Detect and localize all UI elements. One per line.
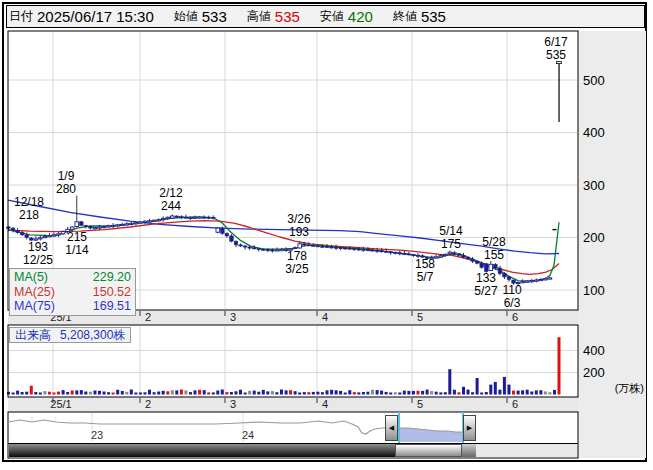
ma-legend-row: MA(75)169.51 (14, 299, 131, 314)
ma-legend-value: 229.20 (93, 270, 131, 285)
window-border (2, 2, 647, 462)
ma-legend-value: 150.52 (93, 285, 131, 300)
scrollbar-thumb[interactable] (395, 444, 462, 457)
ma-legend-label: MA(25) (14, 285, 55, 300)
scrollbar-track-after (476, 444, 577, 457)
quote-header-bar: 日付 2025/06/17 15:30 始値 533 高値 535 安値 420… (6, 5, 645, 28)
date-value: 2025/06/17 15:30 (37, 8, 154, 25)
high-value: 535 (275, 8, 300, 25)
high-label: 高値 (247, 8, 271, 25)
scrollbar-mini-button[interactable] (462, 444, 476, 457)
ma-legend-value: 169.51 (93, 299, 131, 314)
stock-chart-window: 日付 2025/06/17 15:30 始値 533 高値 535 安値 420… (0, 0, 653, 470)
open-value: 533 (202, 8, 227, 25)
ma-legend-box: MA(5)229.20MA(25)150.52MA(75)169.51 (9, 268, 136, 316)
date-label: 日付 (9, 8, 33, 25)
ma-legend-row: MA(25)150.52 (14, 285, 131, 300)
low-label: 安値 (320, 8, 344, 25)
close-value: 535 (421, 8, 446, 25)
open-label: 始値 (174, 8, 198, 25)
ma-legend-label: MA(5) (14, 270, 48, 285)
volume-title: 出来高 (15, 327, 51, 344)
ma-legend-label: MA(75) (14, 299, 55, 314)
close-label: 終値 (393, 8, 417, 25)
navigator-left-handle[interactable]: ◀ (385, 415, 398, 441)
volume-value: 5,208,300株 (60, 327, 125, 344)
ma-legend-row: MA(5)229.20 (14, 270, 131, 285)
low-value: 420 (348, 8, 373, 25)
volume-label-box: 出来高 5,208,300株 (9, 327, 131, 343)
navigator-right-handle[interactable]: ▶ (463, 415, 476, 441)
scrollbar-track-before[interactable] (9, 444, 395, 457)
range-start-marker[interactable] (398, 412, 400, 443)
